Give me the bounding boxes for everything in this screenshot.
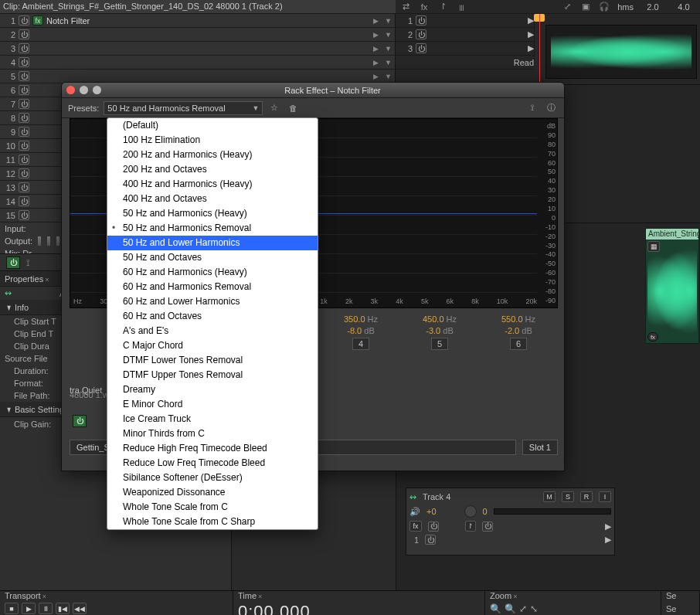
- preset-menu-item[interactable]: DTMF Lower Tones Removal: [107, 353, 318, 368]
- band-slot-button[interactable]: 4: [352, 338, 369, 350]
- timeline[interactable]: [535, 14, 700, 60]
- power-icon[interactable]: [416, 43, 426, 53]
- eq-icon[interactable]: ⫼: [456, 2, 467, 12]
- chevron-right-icon[interactable]: ▶: [605, 522, 611, 532]
- power-icon[interactable]: [19, 15, 29, 25]
- preset-menu-item[interactable]: 50 Hz and Octaves: [107, 250, 318, 265]
- band-slot-button[interactable]: 5: [431, 338, 448, 350]
- gain-value[interactable]: -3.0: [426, 326, 440, 335]
- automation-mode[interactable]: Read: [396, 56, 534, 70]
- preset-menu-item[interactable]: A's and E's: [107, 324, 318, 338]
- chevron-down-icon[interactable]: ▼: [385, 73, 392, 80]
- freq-value[interactable]: 450.0: [423, 314, 444, 324]
- zoom-in-icon[interactable]: 🔍: [490, 603, 501, 614]
- freq-value[interactable]: 350.0: [344, 314, 365, 324]
- power-icon[interactable]: [19, 113, 29, 123]
- preset-menu-item[interactable]: 50 Hz and Lower Harmonics: [107, 236, 318, 250]
- power-toggle[interactable]: [6, 257, 20, 269]
- preset-menu-item[interactable]: Whole Tone Scale from C: [107, 500, 318, 515]
- preset-menu-item[interactable]: Ice Cream Truck: [107, 412, 318, 426]
- chevron-right-icon[interactable]: ▶: [373, 45, 379, 53]
- window-titlebar[interactable]: Rack Effect – Notch Filter: [62, 83, 564, 98]
- zoom-traffic-icon[interactable]: [93, 86, 101, 94]
- playhead-icon[interactable]: [534, 14, 545, 22]
- chevron-down-icon[interactable]: ▼: [385, 17, 392, 25]
- preset-menu-item[interactable]: Minor Thirds from C: [107, 426, 318, 441]
- zoom-sel-icon[interactable]: ⤡: [530, 603, 538, 614]
- stop-button[interactable]: ■: [5, 603, 19, 614]
- clip-fx-icon[interactable]: [647, 332, 658, 341]
- preset-menu-item[interactable]: Reduce Low Freq Timecode Bleed: [107, 456, 318, 471]
- zoom-full-icon[interactable]: ⤢: [519, 603, 527, 614]
- chevron-right-icon[interactable]: ▶: [373, 59, 379, 66]
- minimize-traffic-icon[interactable]: [80, 86, 88, 94]
- preset-menu-item[interactable]: Whole Tone Scale from C Sharp: [107, 515, 318, 529]
- send-toggle[interactable]: ↾: [465, 521, 476, 532]
- preset-menu-item[interactable]: Dreamy: [107, 382, 318, 397]
- preset-menu-item[interactable]: 60 Hz and Harmonics (Heavy): [107, 265, 318, 280]
- chevron-right-icon[interactable]: ▶: [605, 535, 611, 545]
- preset-menu-item[interactable]: 60 Hz and Lower Harmonics: [107, 294, 318, 309]
- preset-menu-item[interactable]: 400 Hz and Octaves: [107, 192, 318, 206]
- chevron-right-icon[interactable]: ▶: [373, 73, 379, 80]
- rewind-button[interactable]: ◀◀: [73, 603, 87, 614]
- fx-icon[interactable]: fx: [419, 2, 430, 12]
- slot-selector[interactable]: Slot 1: [522, 440, 558, 455]
- effect-power-button[interactable]: [73, 415, 87, 427]
- snap-icon[interactable]: ⤢: [562, 2, 573, 12]
- power-icon[interactable]: [19, 196, 29, 206]
- chevron-right-icon[interactable]: ▶: [373, 17, 379, 25]
- freq-value[interactable]: 550.0: [501, 314, 523, 324]
- preset-menu-item[interactable]: 50 Hz and Harmonics (Heavy): [107, 206, 318, 221]
- effect-slot[interactable]: 4 ▶ ▼: [0, 56, 395, 70]
- volume-value[interactable]: +0: [426, 507, 437, 516]
- prev-button[interactable]: ▮◀: [56, 603, 70, 614]
- preset-menu-item[interactable]: 400 Hz and Harmonics (Heavy): [107, 177, 318, 192]
- track-name[interactable]: Track 4: [423, 492, 450, 501]
- power-icon[interactable]: [19, 155, 29, 165]
- slot-power-icon[interactable]: [425, 535, 436, 545]
- headphone-icon[interactable]: 🎧: [599, 2, 610, 12]
- overview-waveform[interactable]: [545, 25, 697, 79]
- gain-value[interactable]: -8.0: [347, 326, 362, 335]
- power-icon[interactable]: [19, 168, 29, 178]
- save-preset-icon[interactable]: ☆: [267, 101, 281, 115]
- fx-toggle[interactable]: fx: [409, 521, 422, 532]
- chevron-down-icon[interactable]: ▼: [385, 45, 392, 53]
- power-icon[interactable]: [19, 182, 29, 192]
- play-button[interactable]: ▶: [22, 603, 36, 614]
- send-icon[interactable]: ↾: [437, 2, 448, 12]
- loop-icon[interactable]: ⇄: [400, 2, 411, 12]
- preset-menu-item[interactable]: 100 Hz Elimination: [107, 133, 318, 148]
- preset-menu-item[interactable]: 50 Hz and Harmonics Removal: [107, 221, 318, 236]
- master-fx-slot[interactable]: 3▶: [396, 42, 534, 56]
- power-icon[interactable]: [416, 29, 426, 39]
- zoom-out-icon[interactable]: 🔍: [505, 603, 516, 614]
- power-icon[interactable]: [19, 43, 29, 53]
- effect-slot[interactable]: 3 ▶ ▼: [0, 42, 395, 56]
- preset-menu-item[interactable]: 60 Hz and Harmonics Removal: [107, 280, 318, 294]
- preset-menu-item[interactable]: 200 Hz and Octaves: [107, 162, 318, 177]
- ruler-unit[interactable]: hms: [617, 2, 634, 12]
- routing-icon[interactable]: ⟟: [26, 257, 29, 268]
- pan-value[interactable]: 0: [483, 507, 488, 516]
- power-icon[interactable]: [19, 29, 29, 39]
- chevron-down-icon[interactable]: ▼: [385, 31, 392, 39]
- mute-button[interactable]: M: [543, 491, 556, 502]
- preset-menu-item[interactable]: (Default): [107, 118, 318, 133]
- record-button[interactable]: R: [580, 491, 593, 502]
- chevron-right-icon[interactable]: ▶: [373, 31, 379, 39]
- close-traffic-icon[interactable]: [66, 86, 75, 94]
- effect-slot[interactable]: 2 ▶ ▼: [0, 28, 395, 42]
- power-icon[interactable]: [416, 15, 426, 25]
- master-fx-slot[interactable]: 1▶: [396, 14, 534, 28]
- presets-menu[interactable]: (Default)100 Hz Elimination200 Hz and Ha…: [107, 117, 318, 530]
- preset-menu-item[interactable]: DTMF Upper Tones Removal: [107, 368, 318, 382]
- delete-preset-icon[interactable]: 🗑: [286, 101, 300, 115]
- power-icon[interactable]: [19, 141, 29, 151]
- close-icon[interactable]: ×: [45, 276, 49, 284]
- preset-menu-item[interactable]: 60 Hz and Octaves: [107, 309, 318, 324]
- band-slot-button[interactable]: 6: [510, 338, 527, 350]
- preset-menu-item[interactable]: 200 Hz and Harmonics (Heavy): [107, 148, 318, 162]
- preset-menu-item[interactable]: Reduce High Freq Timecode Bleed: [107, 441, 318, 456]
